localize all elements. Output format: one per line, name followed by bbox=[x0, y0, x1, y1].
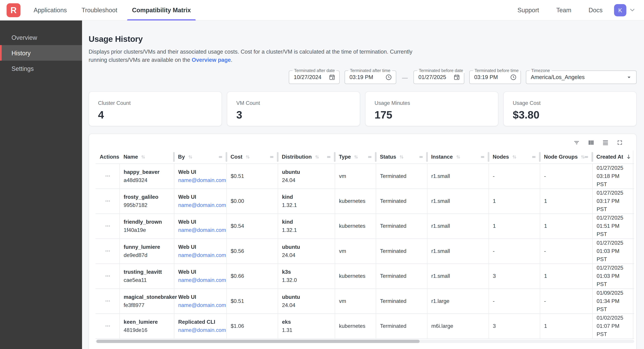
cell-name: friendly_brown1f40a19e bbox=[119, 213, 174, 238]
filter-terminated-after-date[interactable]: Terminated after date10/27/2024 bbox=[289, 70, 340, 84]
cell-by: Web UIname@domain.com bbox=[174, 164, 226, 189]
cell-node_groups: - bbox=[540, 239, 592, 264]
table-toolbar bbox=[96, 138, 633, 150]
stat-value: 175 bbox=[374, 109, 489, 121]
cell-type: vm bbox=[335, 164, 376, 189]
resource-id: cae5ea11 bbox=[124, 276, 170, 284]
column-resize-handle[interactable] bbox=[367, 154, 373, 160]
column-resize-handle[interactable] bbox=[531, 154, 537, 160]
column-label: Node Groups bbox=[544, 154, 578, 160]
stat-card-vm-count: VM Count3 bbox=[227, 91, 360, 126]
sidebar-item-settings[interactable]: Settings bbox=[0, 61, 82, 76]
nav-link-support[interactable]: Support bbox=[518, 6, 539, 13]
cell-cost: $0.00 bbox=[226, 189, 278, 213]
usage-history-table: ActionsNameByCostDistributionTypeStatusI… bbox=[96, 150, 634, 339]
filter-label: Terminated after date bbox=[292, 68, 336, 73]
chevron-down-icon[interactable] bbox=[629, 6, 636, 13]
filter-terminated-before-date[interactable]: Terminated before date01/27/2025 bbox=[414, 70, 464, 84]
tab-applications[interactable]: Applications bbox=[34, 0, 67, 20]
row-actions-button[interactable] bbox=[100, 323, 116, 329]
column-resize-handle[interactable] bbox=[583, 154, 590, 160]
by-email-link[interactable]: name@domain.com bbox=[178, 276, 223, 284]
column-header-nodes[interactable]: Nodes bbox=[488, 150, 540, 164]
by-email-link[interactable]: name@domain.com bbox=[178, 201, 223, 209]
tab-compatibility-matrix[interactable]: Compatibility Matrix bbox=[132, 0, 191, 20]
horizontal-scrollbar-thumb[interactable] bbox=[96, 340, 420, 343]
column-resize-handle[interactable] bbox=[269, 154, 275, 160]
column-resize-handle[interactable] bbox=[326, 154, 332, 160]
cell-name: trusting_leavittcae5ea11 bbox=[119, 264, 174, 288]
cell-status: Terminated bbox=[376, 264, 427, 288]
cell-cost: $0.54 bbox=[226, 213, 278, 238]
column-header-name[interactable]: Name bbox=[119, 150, 174, 164]
row-actions-button[interactable] bbox=[100, 248, 116, 254]
caret-down-icon[interactable] bbox=[626, 74, 632, 81]
nav-link-team[interactable]: Team bbox=[556, 6, 571, 13]
column-header-by[interactable]: By bbox=[174, 150, 226, 164]
column-resize-handle[interactable] bbox=[218, 154, 224, 160]
cell-cost: $0.51 bbox=[226, 164, 278, 189]
table-header-row: ActionsNameByCostDistributionTypeStatusI… bbox=[96, 150, 634, 164]
filter-value: 03:19 PM bbox=[350, 74, 373, 80]
cell-name: happy_beavera48d9324 bbox=[119, 164, 174, 189]
filter-timezone[interactable]: TimezoneAmerica/Los_Angeles bbox=[526, 70, 637, 84]
sidebar-item-history[interactable]: History bbox=[0, 45, 82, 61]
tab-troubleshoot[interactable]: Troubleshoot bbox=[82, 0, 117, 20]
cell-cost: $0.51 bbox=[226, 289, 278, 314]
replicated-logo[interactable]: R bbox=[6, 3, 20, 17]
column-label: Instance bbox=[431, 154, 453, 160]
row-actions-button[interactable] bbox=[100, 273, 116, 279]
cell-distribution: ubuntu24.04 bbox=[278, 164, 335, 189]
cell-nodes: - bbox=[488, 289, 540, 314]
stat-card-usage-cost: Usage Cost$3.80 bbox=[503, 91, 637, 126]
row-actions-button[interactable] bbox=[100, 298, 116, 304]
row-actions-button[interactable] bbox=[100, 173, 116, 179]
sidebar-item-overview[interactable]: Overview bbox=[0, 29, 82, 45]
columns-icon[interactable] bbox=[588, 139, 595, 146]
by-email-link[interactable]: name@domain.com bbox=[178, 301, 223, 309]
filter-terminated-before-time[interactable]: Terminated before time03:19 PM bbox=[469, 70, 521, 84]
by-email-link[interactable]: name@domain.com bbox=[178, 326, 223, 334]
nav-link-docs[interactable]: Docs bbox=[588, 6, 603, 13]
filters-row: Terminated after date10/27/2024Terminate… bbox=[88, 70, 636, 84]
column-resize-handle[interactable] bbox=[480, 154, 486, 160]
column-header-type[interactable]: Type bbox=[335, 150, 376, 164]
cell-created_at: 01/27/202503:17 PM PST bbox=[592, 189, 634, 213]
filter-terminated-after-time[interactable]: Terminated after time03:19 PM bbox=[344, 70, 396, 84]
column-header-status[interactable]: Status bbox=[376, 150, 427, 164]
column-header-node_groups[interactable]: Node Groups bbox=[540, 150, 592, 164]
filter-icon[interactable] bbox=[573, 139, 580, 146]
calendar-icon[interactable] bbox=[453, 74, 460, 81]
avatar[interactable]: K bbox=[614, 4, 626, 16]
column-header-created_at[interactable]: Created At bbox=[592, 150, 634, 164]
row-actions-button[interactable] bbox=[100, 223, 116, 229]
cell-by: Web UIname@domain.com bbox=[174, 239, 226, 264]
by-email-link[interactable]: name@domain.com bbox=[178, 251, 223, 259]
column-header-distribution[interactable]: Distribution bbox=[278, 150, 335, 164]
column-resize-handle[interactable] bbox=[418, 154, 424, 160]
cell-status: Terminated bbox=[376, 289, 427, 314]
by-email-link[interactable]: name@domain.com bbox=[178, 226, 223, 234]
sidebar: OverviewHistorySettings bbox=[0, 20, 82, 349]
stat-value: $3.80 bbox=[513, 109, 627, 121]
clock-icon[interactable] bbox=[385, 74, 392, 81]
resource-id: 4819de16 bbox=[124, 326, 170, 334]
clock-icon[interactable] bbox=[510, 74, 517, 81]
by-email-link[interactable]: name@domain.com bbox=[178, 176, 223, 184]
column-header-actions: Actions bbox=[96, 150, 119, 164]
row-actions-button[interactable] bbox=[100, 198, 116, 204]
density-icon[interactable] bbox=[602, 139, 609, 146]
fullscreen-icon[interactable] bbox=[616, 139, 624, 146]
resource-id: a48d9324 bbox=[124, 176, 170, 184]
overview-page-link[interactable]: Overview page bbox=[192, 57, 231, 63]
calendar-icon[interactable] bbox=[328, 74, 336, 81]
column-header-cost[interactable]: Cost bbox=[226, 150, 278, 164]
cell-node_groups: 1 bbox=[540, 264, 592, 288]
cell-created_at: 01/27/202503:18 PM PST bbox=[592, 164, 634, 189]
resource-id: 1f40a19e bbox=[124, 226, 170, 234]
horizontal-scrollbar-track[interactable] bbox=[96, 340, 634, 343]
column-header-instance[interactable]: Instance bbox=[427, 150, 488, 164]
sort-icon bbox=[353, 153, 360, 160]
cell-instance: m6i.large bbox=[427, 314, 488, 339]
page-title: Usage History bbox=[88, 34, 636, 44]
